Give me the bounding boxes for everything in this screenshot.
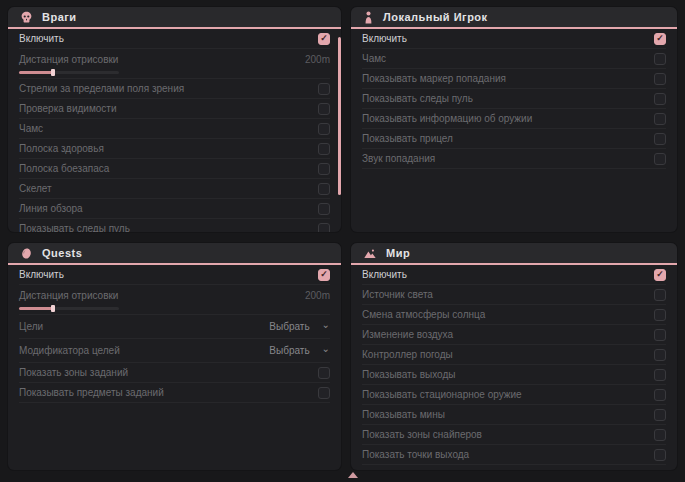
setting-label: Включить <box>19 269 64 280</box>
panel-quests-header[interactable]: Quests <box>8 243 341 265</box>
checkbox[interactable] <box>654 53 666 65</box>
setting-row[interactable]: Показывать маркер попадания <box>362 69 666 89</box>
checkbox[interactable] <box>654 153 666 165</box>
setting-row[interactable]: Показывать выходы <box>362 365 666 385</box>
setting-label: Показать зоны снайперов <box>362 429 482 440</box>
setting-row[interactable]: Скелет <box>19 179 330 199</box>
slider-value: 200m <box>305 54 330 65</box>
setting-row[interactable]: Линия обзора <box>19 199 330 219</box>
setting-label: Полоска боезапаса <box>19 163 109 174</box>
setting-row[interactable]: Включить✓ <box>19 29 330 49</box>
checkbox[interactable] <box>654 449 666 461</box>
mountain-icon <box>363 247 377 260</box>
setting-row[interactable]: Чамс <box>362 49 666 69</box>
setting-row[interactable]: Источник света <box>362 285 666 305</box>
checkbox[interactable] <box>318 387 330 399</box>
setting-row: ЦелиВыбрать⌄ <box>19 315 330 339</box>
checkbox[interactable] <box>318 203 330 215</box>
checkbox[interactable] <box>318 123 330 135</box>
checkbox[interactable] <box>654 289 666 301</box>
setting-label: Смена атмосферы солнца <box>362 309 485 320</box>
setting-label: Звук попадания <box>362 153 435 164</box>
setting-row[interactable]: Включить✓ <box>362 265 666 285</box>
setting-label: Включить <box>362 269 407 280</box>
checkbox[interactable] <box>318 143 330 155</box>
panel-world-header[interactable]: Мир <box>351 243 677 265</box>
scroll-up-indicator-icon[interactable] <box>348 472 358 478</box>
setting-row[interactable]: Изменение воздуха <box>362 325 666 345</box>
panel-local-player-header[interactable]: Локальный Игрок <box>351 7 677 29</box>
setting-row[interactable]: Полоска здоровья <box>19 139 330 159</box>
setting-label: Показывать маркер попадания <box>362 73 506 84</box>
checkbox[interactable]: ✓ <box>654 269 666 281</box>
panel-quests: Quests Включить✓Дистанция отрисовки200mЦ… <box>8 243 341 470</box>
setting-row[interactable]: Чамс <box>19 119 330 139</box>
setting-label: Показывать следы пуль <box>19 223 130 232</box>
quest-icon <box>20 247 33 260</box>
dropdown-value: Выбрать <box>269 345 309 356</box>
setting-row[interactable]: Включить✓ <box>19 265 330 285</box>
setting-label: Полоска здоровья <box>19 143 104 154</box>
setting-row[interactable]: Показать точки выхода <box>362 445 666 465</box>
checkbox[interactable]: ✓ <box>654 33 666 45</box>
dropdown[interactable]: Выбрать⌄ <box>269 321 330 332</box>
setting-label: Показать зоны заданий <box>19 367 128 378</box>
checkbox[interactable] <box>654 133 666 145</box>
setting-row[interactable]: Полоска боезапаса <box>19 159 330 179</box>
setting-row[interactable]: Смена атмосферы солнца <box>362 305 666 325</box>
setting-row[interactable]: Включить✓ <box>362 29 666 49</box>
checkbox[interactable] <box>654 309 666 321</box>
setting-row[interactable]: Показать зоны снайперов <box>362 425 666 445</box>
panel-title: Локальный Игрок <box>383 11 488 23</box>
setting-label: Включить <box>362 33 407 44</box>
scrollbar-thumb[interactable] <box>338 37 341 195</box>
checkbox[interactable] <box>654 409 666 421</box>
slider[interactable] <box>19 71 119 74</box>
checkbox[interactable] <box>318 163 330 175</box>
checkbox[interactable] <box>654 389 666 401</box>
dropdown[interactable]: Выбрать⌄ <box>269 345 330 356</box>
checkbox[interactable]: ✓ <box>318 33 330 45</box>
setting-row[interactable]: Показывать мины <box>362 405 666 425</box>
panel-enemies-header[interactable]: Враги <box>8 7 341 29</box>
setting-label: Цели <box>19 321 43 332</box>
setting-label: Показывать информацию об оружии <box>362 113 532 124</box>
checkbox[interactable] <box>654 73 666 85</box>
slider-value: 200m <box>305 290 330 301</box>
panel-title: Мир <box>386 247 410 259</box>
slider-handle[interactable] <box>51 69 55 76</box>
setting-row[interactable]: Стрелки за пределами поля зрения <box>19 79 330 99</box>
checkbox[interactable] <box>654 329 666 341</box>
setting-row[interactable]: Показывать предметы заданий <box>19 383 330 403</box>
slider[interactable] <box>19 307 119 310</box>
checkbox[interactable] <box>318 103 330 115</box>
setting-row[interactable]: Звук попадания <box>362 149 666 169</box>
setting-row[interactable]: Показывать стационарное оружие <box>362 385 666 405</box>
setting-row[interactable]: Показывать следы пуль <box>362 89 666 109</box>
dropdown-value: Выбрать <box>269 321 309 332</box>
checkbox[interactable] <box>654 369 666 381</box>
checkbox[interactable] <box>654 429 666 441</box>
panel-world: Мир Включить✓Источник светаСмена атмосфе… <box>351 243 677 470</box>
setting-row[interactable]: Показать зоны заданий <box>19 363 330 383</box>
setting-label: Модификатора целей <box>19 345 120 356</box>
panel-enemies: Враги Включить✓Дистанция отрисовки200mСт… <box>8 7 341 232</box>
setting-row[interactable]: Контроллер погоды <box>362 345 666 365</box>
setting-row[interactable]: Показывать прицел <box>362 129 666 149</box>
checkbox[interactable] <box>654 93 666 105</box>
checkbox[interactable] <box>318 183 330 195</box>
setting-row[interactable]: Показывать информацию об оружии <box>362 109 666 129</box>
setting-label: Чамс <box>19 123 43 134</box>
checkbox[interactable] <box>318 223 330 233</box>
setting-label: Дистанция отрисовки <box>19 290 118 301</box>
setting-row[interactable]: Показывать следы пуль <box>19 219 330 232</box>
checkbox[interactable] <box>318 367 330 379</box>
panel-title: Враги <box>42 11 77 23</box>
checkbox[interactable]: ✓ <box>318 269 330 281</box>
slider-handle[interactable] <box>51 305 55 312</box>
checkbox[interactable] <box>654 349 666 361</box>
panel-local-player: Локальный Игрок Включить✓ЧамсПоказывать … <box>351 7 677 232</box>
setting-row[interactable]: Проверка видимости <box>19 99 330 119</box>
checkbox[interactable] <box>654 113 666 125</box>
checkbox[interactable] <box>318 83 330 95</box>
